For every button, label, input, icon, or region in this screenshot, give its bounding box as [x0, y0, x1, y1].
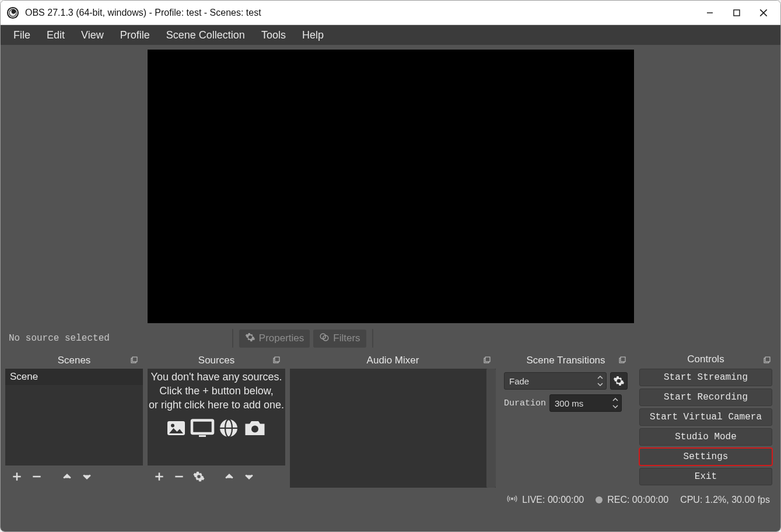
move-source-down-button[interactable] [241, 468, 257, 485]
menu-file[interactable]: File [5, 27, 38, 44]
sources-title: Sources [198, 355, 234, 366]
controls-dock: Controls Start Streaming Start Recording… [636, 352, 776, 488]
broadcast-icon [507, 494, 517, 506]
remove-source-button[interactable] [171, 468, 187, 485]
start-streaming-button[interactable]: Start Streaming [639, 369, 772, 386]
svg-point-22 [251, 426, 258, 433]
svg-rect-17 [192, 421, 213, 434]
properties-label: Properties [259, 332, 304, 344]
svg-point-32 [512, 498, 513, 500]
svg-rect-29 [621, 357, 625, 362]
move-scene-down-button[interactable] [79, 468, 95, 485]
svg-rect-31 [765, 357, 770, 362]
source-status-text: No source selected [9, 333, 110, 344]
live-status: LIVE: 00:00:00 [522, 495, 584, 505]
minimize-button[interactable] [696, 4, 723, 22]
svg-rect-18 [199, 435, 206, 437]
duration-label: Duration [504, 398, 546, 408]
obs-app-icon [6, 6, 19, 19]
menu-view[interactable]: View [73, 27, 112, 44]
move-source-up-button[interactable] [221, 468, 237, 485]
add-scene-button[interactable] [9, 468, 25, 485]
obs-window: OBS 27.1.3 (64-bit, windows) - Profile: … [0, 0, 781, 532]
source-settings-button[interactable] [191, 468, 207, 485]
menu-profile[interactable]: Profile [112, 27, 158, 44]
move-scene-up-button[interactable] [59, 468, 75, 485]
chevron-up-icon [596, 374, 605, 381]
sources-empty-line-1: You don't have any sources. [148, 370, 285, 384]
record-dot-icon [596, 496, 603, 503]
maximize-button[interactable] [723, 4, 750, 22]
start-recording-button[interactable]: Start Recording [639, 388, 772, 406]
sources-list[interactable]: You don't have any sources. Click the + … [148, 369, 285, 466]
transition-select[interactable]: Fade [504, 372, 607, 390]
popout-icon[interactable] [129, 355, 139, 365]
svg-rect-14 [275, 357, 279, 362]
client-area: No source selected Properties Filters [1, 45, 780, 531]
duration-value: 300 ms [555, 398, 583, 408]
camera-source-icon [243, 418, 267, 442]
svg-rect-27 [485, 357, 490, 362]
chevron-down-icon [596, 381, 605, 388]
settings-button[interactable]: Settings [639, 448, 772, 466]
audio-mixer-dock: Audio Mixer [290, 352, 496, 488]
transition-current: Fade [509, 376, 529, 386]
rec-status: REC: 00:00:00 [607, 495, 668, 505]
toolbar-divider [232, 329, 233, 348]
filters-icon [319, 332, 330, 345]
titlebar: OBS 27.1.3 (64-bit, windows) - Profile: … [1, 1, 780, 25]
chevron-down-icon[interactable] [611, 403, 620, 410]
image-source-icon [166, 418, 187, 442]
window-title: OBS 27.1.3 (64-bit, windows) - Profile: … [25, 8, 261, 18]
menubar: File Edit View Profile Scene Collection … [1, 25, 780, 45]
studio-mode-button[interactable]: Studio Mode [639, 428, 772, 446]
filters-label: Filters [333, 332, 360, 344]
scene-transitions-dock: Scene Transitions Fade [500, 352, 631, 488]
duration-spinbox[interactable]: 300 ms [549, 394, 622, 412]
transitions-title: Scene Transitions [526, 355, 605, 366]
start-virtual-camera-button[interactable]: Start Virtual Camera [639, 408, 772, 426]
toolbar-divider [372, 329, 373, 348]
popout-icon[interactable] [762, 355, 772, 365]
chevron-up-icon[interactable] [611, 396, 620, 403]
sources-empty-line-2: Click the + button below, [148, 384, 285, 398]
audio-mixer-title: Audio Mixer [367, 355, 419, 366]
svg-rect-3 [734, 10, 740, 16]
properties-button[interactable]: Properties [239, 330, 310, 348]
scene-list-item[interactable]: Scene [5, 369, 143, 385]
svg-rect-9 [132, 357, 137, 362]
statusbar: LIVE: 00:00:00 REC: 00:00:00 CPU: 1.2%, … [5, 491, 776, 509]
svg-point-16 [171, 424, 174, 428]
transition-properties-button[interactable] [610, 372, 628, 390]
sources-dock: Sources You don't have any sources. Clic… [148, 352, 285, 488]
mixer-scrollbar[interactable] [486, 369, 496, 488]
preview-canvas[interactable] [148, 50, 634, 323]
gear-icon [245, 332, 255, 345]
display-source-icon [190, 418, 215, 442]
menu-scene-collection[interactable]: Scene Collection [158, 27, 253, 44]
exit-button[interactable]: Exit [639, 468, 772, 485]
remove-scene-button[interactable] [29, 468, 45, 485]
scenes-dock: Scenes Scene [5, 352, 143, 488]
menu-edit[interactable]: Edit [38, 27, 73, 44]
menu-tools[interactable]: Tools [253, 27, 294, 44]
close-button[interactable] [750, 4, 777, 22]
popout-icon[interactable] [482, 355, 492, 365]
menu-help[interactable]: Help [294, 27, 332, 44]
add-source-button[interactable] [151, 468, 167, 485]
sources-empty-line-3: or right click here to add one. [148, 398, 285, 412]
browser-source-icon [218, 418, 239, 442]
scenes-title: Scenes [58, 355, 91, 366]
popout-icon[interactable] [617, 355, 628, 365]
source-toolbar: No source selected Properties Filters [5, 327, 776, 349]
filters-button[interactable]: Filters [313, 330, 366, 348]
controls-title: Controls [687, 354, 724, 365]
popout-icon[interactable] [271, 355, 282, 365]
cpu-status: CPU: 1.2%, 30.00 fps [680, 495, 770, 505]
